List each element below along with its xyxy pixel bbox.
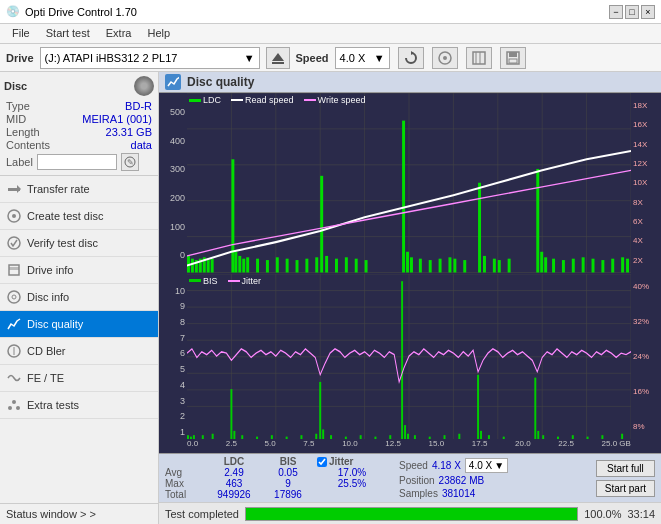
chart1-inner <box>187 93 631 273</box>
x2-label-15: 15.0 <box>429 439 445 448</box>
svg-point-16 <box>12 214 16 218</box>
speed-dropdown[interactable]: 4.0 X ▼ <box>465 458 508 473</box>
close-button[interactable]: × <box>641 5 655 19</box>
drive-label: Drive <box>6 52 34 64</box>
sidebar-item-disc-info[interactable]: Disc info <box>0 284 158 311</box>
svg-rect-88 <box>582 257 585 272</box>
chart2-legend: BIS Jitter <box>189 276 261 286</box>
svg-rect-84 <box>544 257 547 272</box>
start-part-button[interactable]: Start part <box>596 480 655 497</box>
start-full-button[interactable]: Start full <box>596 460 655 477</box>
sidebar-item-verify-test-disc[interactable]: Verify test disc <box>0 230 158 257</box>
charts-area: LDC Read speed Write speed 500 <box>159 93 661 453</box>
refresh-icon <box>404 51 418 65</box>
sidebar-item-fe-te[interactable]: FE / TE <box>0 365 158 392</box>
x2-label-12.5: 12.5 <box>385 439 401 448</box>
maximize-button[interactable]: □ <box>625 5 639 19</box>
svg-rect-149 <box>572 435 574 439</box>
sidebar-menu: Transfer rate Create test disc Verify te… <box>0 176 158 503</box>
svg-rect-122 <box>256 436 258 439</box>
speed-stat-value: 4.18 X <box>432 460 461 471</box>
jitter-legend-color <box>228 280 240 282</box>
svg-point-20 <box>8 291 20 303</box>
svg-rect-85 <box>552 259 555 273</box>
sidebar-item-cd-bler[interactable]: CD Bler <box>0 338 158 365</box>
chart1-y-axis-right: 18X 16X 14X 12X 10X 8X 6X 4X 2X <box>631 93 661 273</box>
svg-rect-118 <box>212 433 214 439</box>
sidebar-label-create-test-disc: Create test disc <box>27 210 103 222</box>
svg-point-24 <box>12 400 16 404</box>
max-jitter-value: 25.5% <box>317 478 387 489</box>
svg-rect-9 <box>509 52 517 57</box>
bis-col-header: BIS <box>263 456 313 467</box>
sidebar-item-transfer-rate[interactable]: Transfer rate <box>0 176 158 203</box>
svg-rect-75 <box>453 259 456 273</box>
chart1-svg <box>187 93 631 273</box>
avg-row-label: Avg <box>165 467 205 478</box>
svg-rect-135 <box>404 425 406 439</box>
svg-rect-141 <box>477 374 479 439</box>
svg-rect-130 <box>345 436 347 439</box>
minimize-button[interactable]: − <box>609 5 623 19</box>
refresh-button[interactable] <box>398 47 424 69</box>
sidebar-item-drive-info[interactable]: Drive info <box>0 257 158 284</box>
svg-rect-133 <box>389 435 391 439</box>
sidebar-label-drive-info: Drive info <box>27 264 73 276</box>
svg-rect-10 <box>509 59 517 63</box>
svg-point-17 <box>8 237 20 249</box>
y2-label-7: 7 <box>180 333 185 343</box>
create-disc-icon <box>6 208 22 224</box>
svg-rect-126 <box>315 433 317 439</box>
avg-jitter-value: 17.0% <box>317 467 387 478</box>
y2-label-10: 10 <box>175 286 185 296</box>
jitter-checkbox[interactable] <box>317 457 327 467</box>
speed-select[interactable]: 4.0 X ▼ <box>335 47 390 69</box>
menu-start-test[interactable]: Start test <box>38 26 98 41</box>
y-right-2x: 2X <box>633 256 643 265</box>
drivebar: Drive (J:) ATAPI iHBS312 2 PL17 ▼ Speed … <box>0 44 661 72</box>
svg-rect-80 <box>498 260 501 272</box>
sidebar-item-create-test-disc[interactable]: Create test disc <box>0 203 158 230</box>
speed-stat-label: Speed <box>399 460 428 471</box>
svg-rect-143 <box>488 435 490 439</box>
avg-ldc-value: 2.49 <box>209 467 259 478</box>
max-bis-value: 9 <box>263 478 313 489</box>
y-right-16x: 16X <box>633 120 647 129</box>
svg-rect-128 <box>322 429 324 439</box>
eject-button[interactable] <box>266 47 290 69</box>
drive-select[interactable]: (J:) ATAPI iHBS312 2 PL17 ▼ <box>40 47 260 69</box>
position-value: 23862 MB <box>439 475 485 486</box>
svg-rect-59 <box>296 260 299 272</box>
sidebar-item-extra-tests[interactable]: Extra tests <box>0 392 158 419</box>
settings-button[interactable] <box>466 47 492 69</box>
svg-rect-56 <box>266 260 269 272</box>
disc-info-icon-button[interactable] <box>432 47 458 69</box>
menu-file[interactable]: File <box>4 26 38 41</box>
svg-rect-139 <box>444 435 446 439</box>
eject-icon <box>271 51 285 65</box>
jitter-col-header: Jitter <box>329 456 353 467</box>
sidebar-item-disc-quality[interactable]: Disc quality <box>0 311 158 338</box>
svg-rect-146 <box>537 430 539 439</box>
svg-rect-124 <box>286 436 288 439</box>
y2-right-24: 24% <box>633 352 649 361</box>
menu-help[interactable]: Help <box>139 26 178 41</box>
x2-label-5: 5.0 <box>265 439 276 448</box>
save-button[interactable] <box>500 47 526 69</box>
menubar: File Start test Extra Help <box>0 24 661 44</box>
y-label-500: 500 <box>170 107 185 117</box>
svg-rect-86 <box>562 260 565 272</box>
svg-rect-145 <box>534 377 536 439</box>
y-right-8x: 8X <box>633 198 643 207</box>
svg-rect-62 <box>320 176 323 273</box>
label-edit-button[interactable]: ✎ <box>121 153 139 171</box>
svg-point-26 <box>16 406 20 410</box>
total-jitter-value <box>317 489 387 500</box>
disc-label-row: Label ✎ <box>4 153 154 171</box>
svg-rect-140 <box>458 433 460 439</box>
status-window-button[interactable]: Status window > > <box>0 503 158 524</box>
label-input[interactable] <box>37 154 117 170</box>
y2-label-2: 2 <box>180 411 185 421</box>
svg-rect-72 <box>429 260 432 272</box>
menu-extra[interactable]: Extra <box>98 26 140 41</box>
